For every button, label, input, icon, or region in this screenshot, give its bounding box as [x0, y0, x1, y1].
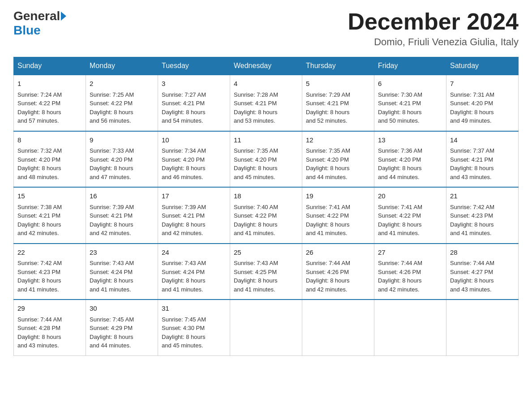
calendar-week-row: 8 Sunrise: 7:32 AM Sunset: 4:20 PM Dayli…	[14, 131, 519, 188]
calendar-day-cell	[446, 300, 519, 355]
calendar-day-cell: 10 Sunrise: 7:34 AM Sunset: 4:20 PM Dayl…	[158, 131, 230, 188]
calendar-day-cell: 30 Sunrise: 7:45 AM Sunset: 4:29 PM Dayl…	[86, 300, 158, 355]
day-number: 24	[162, 248, 226, 258]
day-number: 28	[450, 248, 515, 258]
calendar-day-cell: 25 Sunrise: 7:43 AM Sunset: 4:25 PM Dayl…	[230, 244, 302, 300]
day-number: 11	[234, 135, 298, 146]
day-number: 10	[162, 135, 226, 146]
calendar-day-cell: 24 Sunrise: 7:43 AM Sunset: 4:24 PM Dayl…	[158, 244, 230, 300]
calendar-day-cell	[302, 300, 374, 355]
day-of-week-header: Saturday	[446, 57, 519, 75]
calendar-day-cell: 4 Sunrise: 7:28 AM Sunset: 4:21 PM Dayli…	[230, 75, 302, 131]
calendar-week-row: 15 Sunrise: 7:38 AM Sunset: 4:21 PM Dayl…	[14, 187, 519, 244]
calendar-day-cell: 12 Sunrise: 7:35 AM Sunset: 4:20 PM Dayl…	[302, 131, 374, 188]
day-number: 18	[234, 191, 298, 201]
calendar-day-cell: 21 Sunrise: 7:42 AM Sunset: 4:23 PM Dayl…	[446, 187, 519, 244]
calendar-day-cell: 28 Sunrise: 7:44 AM Sunset: 4:27 PM Dayl…	[446, 244, 519, 300]
day-number: 3	[162, 79, 226, 89]
calendar-day-cell: 11 Sunrise: 7:35 AM Sunset: 4:20 PM Dayl…	[230, 131, 302, 188]
day-number: 1	[17, 79, 82, 89]
calendar-day-cell: 1 Sunrise: 7:24 AM Sunset: 4:22 PM Dayli…	[14, 75, 86, 131]
month-year-title: December 2024	[348, 9, 519, 34]
page-header: General Blue December 2024 Domio, Friuli…	[13, 9, 519, 48]
day-number: 21	[450, 191, 515, 201]
calendar-day-cell: 14 Sunrise: 7:37 AM Sunset: 4:21 PM Dayl…	[446, 131, 519, 188]
calendar-day-cell: 7 Sunrise: 7:31 AM Sunset: 4:20 PM Dayli…	[446, 75, 519, 131]
calendar-day-cell: 17 Sunrise: 7:39 AM Sunset: 4:21 PM Dayl…	[158, 187, 230, 244]
calendar-day-cell: 22 Sunrise: 7:42 AM Sunset: 4:23 PM Dayl…	[14, 244, 86, 300]
day-number: 20	[378, 191, 442, 201]
title-area: December 2024 Domio, Friuli Venezia Giul…	[348, 9, 519, 48]
calendar-day-cell: 15 Sunrise: 7:38 AM Sunset: 4:21 PM Dayl…	[14, 187, 86, 244]
calendar-day-cell: 9 Sunrise: 7:33 AM Sunset: 4:20 PM Dayli…	[86, 131, 158, 188]
calendar-day-cell	[230, 300, 302, 355]
day-number: 12	[306, 135, 370, 146]
logo-blue-text: Blue	[13, 23, 41, 37]
day-number: 23	[90, 248, 154, 258]
day-number: 14	[450, 135, 515, 146]
day-number: 13	[378, 135, 442, 146]
calendar-day-cell: 2 Sunrise: 7:25 AM Sunset: 4:22 PM Dayli…	[86, 75, 158, 131]
day-of-week-header: Wednesday	[230, 57, 302, 75]
day-number: 26	[306, 248, 370, 258]
day-number: 17	[162, 191, 226, 201]
day-number: 8	[17, 135, 82, 146]
day-number: 30	[90, 304, 154, 314]
calendar-day-cell: 29 Sunrise: 7:44 AM Sunset: 4:28 PM Dayl…	[14, 300, 86, 355]
logo-arrow-icon	[61, 12, 66, 21]
calendar-day-cell: 19 Sunrise: 7:41 AM Sunset: 4:22 PM Dayl…	[302, 187, 374, 244]
day-number: 19	[306, 191, 370, 201]
day-number: 7	[450, 79, 515, 89]
day-of-week-header: Tuesday	[158, 57, 230, 75]
calendar-day-cell: 31 Sunrise: 7:45 AM Sunset: 4:30 PM Dayl…	[158, 300, 230, 355]
calendar-day-cell: 18 Sunrise: 7:40 AM Sunset: 4:22 PM Dayl…	[230, 187, 302, 244]
day-number: 31	[162, 304, 226, 314]
day-number: 22	[17, 248, 82, 258]
logo-general-text: General	[13, 9, 60, 23]
calendar-day-cell: 27 Sunrise: 7:44 AM Sunset: 4:26 PM Dayl…	[374, 244, 446, 300]
day-number: 15	[17, 191, 82, 201]
day-of-week-header: Monday	[86, 57, 158, 75]
calendar-day-cell: 13 Sunrise: 7:36 AM Sunset: 4:20 PM Dayl…	[374, 131, 446, 188]
calendar-day-cell: 23 Sunrise: 7:43 AM Sunset: 4:24 PM Dayl…	[86, 244, 158, 300]
calendar-day-cell: 3 Sunrise: 7:27 AM Sunset: 4:21 PM Dayli…	[158, 75, 230, 131]
day-of-week-header: Thursday	[302, 57, 374, 75]
day-number: 5	[306, 79, 370, 89]
day-number: 9	[90, 135, 154, 146]
logo: General Blue	[13, 9, 67, 38]
location-subtitle: Domio, Friuli Venezia Giulia, Italy	[348, 36, 519, 48]
calendar-table: SundayMondayTuesdayWednesdayThursdayFrid…	[13, 57, 519, 356]
calendar-day-cell: 6 Sunrise: 7:30 AM Sunset: 4:21 PM Dayli…	[374, 75, 446, 131]
calendar-day-cell: 16 Sunrise: 7:39 AM Sunset: 4:21 PM Dayl…	[86, 187, 158, 244]
calendar-day-cell	[374, 300, 446, 355]
calendar-week-row: 1 Sunrise: 7:24 AM Sunset: 4:22 PM Dayli…	[14, 75, 519, 131]
day-number: 6	[378, 79, 442, 89]
calendar-week-row: 29 Sunrise: 7:44 AM Sunset: 4:28 PM Dayl…	[14, 300, 519, 355]
calendar-week-row: 22 Sunrise: 7:42 AM Sunset: 4:23 PM Dayl…	[14, 244, 519, 300]
day-of-week-header: Friday	[374, 57, 446, 75]
day-number: 25	[234, 248, 298, 258]
calendar-day-cell: 8 Sunrise: 7:32 AM Sunset: 4:20 PM Dayli…	[14, 131, 86, 188]
day-of-week-header: Sunday	[14, 57, 86, 75]
calendar-day-cell: 26 Sunrise: 7:44 AM Sunset: 4:26 PM Dayl…	[302, 244, 374, 300]
day-number: 4	[234, 79, 298, 89]
day-number: 16	[90, 191, 154, 201]
day-number: 27	[378, 248, 442, 258]
day-number: 29	[17, 304, 82, 314]
calendar-day-cell: 20 Sunrise: 7:41 AM Sunset: 4:22 PM Dayl…	[374, 187, 446, 244]
calendar-day-cell: 5 Sunrise: 7:29 AM Sunset: 4:21 PM Dayli…	[302, 75, 374, 131]
calendar-header-row: SundayMondayTuesdayWednesdayThursdayFrid…	[14, 57, 519, 75]
day-number: 2	[90, 79, 154, 89]
